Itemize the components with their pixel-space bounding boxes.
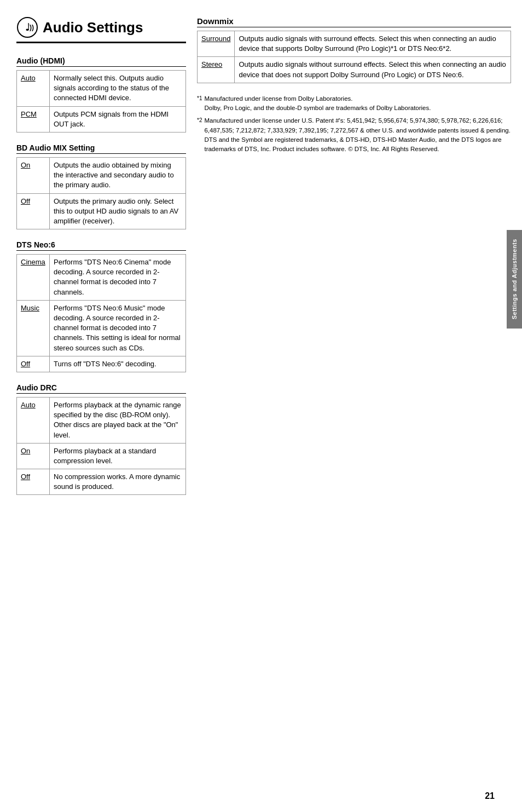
audio-icon: ♩))	[16, 16, 38, 38]
audio-drc-section: Audio DRC AutoPerforms playback at the d…	[16, 383, 186, 496]
audio-hdmi-table: AutoNormally select this. Outputs audio …	[16, 70, 186, 133]
row-description: Performs "DTS Neo:6 Cinema" mode decodin…	[50, 255, 186, 301]
row-label: Off	[17, 356, 50, 372]
left-column: ♩)) Audio Settings Audio (HDMI) AutoNorm…	[16, 16, 186, 796]
row-label: PCM	[17, 106, 50, 132]
row-description: Turns off "DTS Neo:6" decoding.	[50, 356, 186, 372]
table-row: OffTurns off "DTS Neo:6" decoding.	[17, 356, 186, 372]
table-row: MusicPerforms "DTS Neo:6 Music" mode dec…	[17, 300, 186, 356]
audio-hdmi-heading: Audio (HDMI)	[16, 56, 186, 67]
table-row: StereoOutputs audio signals without surr…	[198, 57, 511, 83]
row-description: Outputs audio signals with surround effe…	[235, 31, 511, 57]
side-tab-text: Settings and Adjustments	[511, 239, 518, 319]
row-label: Surround	[198, 31, 235, 57]
audio-drc-heading: Audio DRC	[16, 383, 186, 394]
footnote-text: Manufactured under license under U.S. Pa…	[204, 116, 511, 154]
row-description: Outputs the primary audio only. Select t…	[50, 193, 186, 229]
row-description: Outputs audio signals without surround e…	[235, 57, 511, 83]
page-number: 21	[485, 791, 495, 801]
page-title: Audio Settings	[43, 19, 143, 36]
table-row: OnOutputs the audio obtained by mixing t…	[17, 157, 186, 193]
row-label: Auto	[17, 71, 50, 107]
table-row: OffOutputs the primary audio only. Selec…	[17, 193, 186, 229]
footnote-item: *1Manufactured under license from Dolby …	[197, 94, 511, 113]
page-title-block: ♩)) Audio Settings	[16, 16, 186, 43]
table-row: SurroundOutputs audio signals with surro…	[198, 31, 511, 57]
row-label: On	[17, 443, 50, 469]
dts-neo6-table: CinemaPerforms "DTS Neo:6 Cinema" mode d…	[16, 254, 186, 372]
dts-neo6-section: DTS Neo:6 CinemaPerforms "DTS Neo:6 Cine…	[16, 240, 186, 372]
row-label: Auto	[17, 397, 50, 443]
table-row: AutoNormally select this. Outputs audio …	[17, 71, 186, 107]
row-description: Outputs the audio obtained by mixing the…	[50, 157, 186, 193]
bd-audio-mix-table: OnOutputs the audio obtained by mixing t…	[16, 157, 186, 229]
row-description: Performs playback at a standard compress…	[50, 443, 186, 469]
dts-neo6-heading: DTS Neo:6	[16, 240, 186, 251]
footnote-item: *2Manufactured under license under U.S. …	[197, 116, 511, 154]
downmix-section: Downmix SurroundOutputs audio signals wi…	[197, 16, 511, 83]
row-label: Off	[17, 469, 50, 495]
footnotes: *1Manufactured under license from Dolby …	[197, 94, 511, 154]
svg-text:♩: ♩	[25, 22, 30, 33]
downmix-heading: Downmix	[197, 16, 511, 27]
row-label: Stereo	[198, 57, 235, 83]
row-description: Outputs PCM signals from the HDMI OUT ja…	[50, 106, 186, 132]
downmix-table: SurroundOutputs audio signals with surro…	[197, 31, 511, 83]
row-label: Music	[17, 300, 50, 356]
footnote-text: Manufactured under license from Dolby La…	[204, 94, 431, 113]
row-label: On	[17, 157, 50, 193]
svg-text:)): ))	[30, 24, 34, 31]
row-description: Performs playback at the dynamic range s…	[50, 397, 186, 443]
row-description: No compression works. A more dynamic sou…	[50, 469, 186, 495]
bd-audio-mix-heading: BD Audio MIX Setting	[16, 143, 186, 154]
table-row: OnPerforms playback at a standard compre…	[17, 443, 186, 469]
right-column: Downmix SurroundOutputs audio signals wi…	[197, 16, 511, 796]
table-row: PCMOutputs PCM signals from the HDMI OUT…	[17, 106, 186, 132]
row-description: Normally select this. Outputs audio sign…	[50, 71, 186, 107]
footnote-number: *2	[197, 116, 202, 154]
table-row: AutoPerforms playback at the dynamic ran…	[17, 397, 186, 443]
row-label: Cinema	[17, 255, 50, 301]
audio-drc-table: AutoPerforms playback at the dynamic ran…	[16, 397, 186, 496]
footnote-number: *1	[197, 94, 202, 113]
audio-hdmi-section: Audio (HDMI) AutoNormally select this. O…	[16, 56, 186, 133]
side-tab: Settings and Adjustments	[507, 230, 522, 329]
row-description: Performs "DTS Neo:6 Music" mode decoding…	[50, 300, 186, 356]
table-row: OffNo compression works. A more dynamic …	[17, 469, 186, 495]
row-label: Off	[17, 193, 50, 229]
table-row: CinemaPerforms "DTS Neo:6 Cinema" mode d…	[17, 255, 186, 301]
bd-audio-mix-section: BD Audio MIX Setting OnOutputs the audio…	[16, 143, 186, 229]
